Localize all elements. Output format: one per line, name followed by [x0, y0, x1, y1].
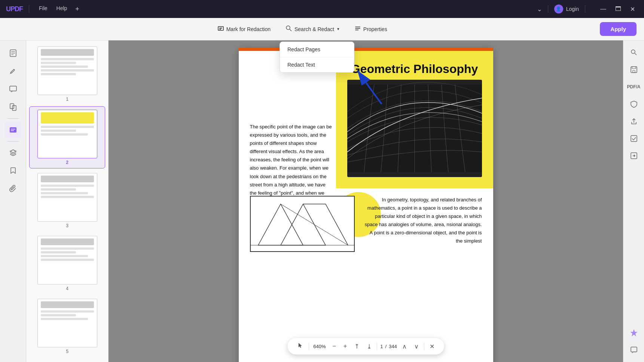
right-chat-icon[interactable]	[626, 343, 641, 358]
search-redact-dropdown: Search & Redact ▾ Redact Pages Redact Te…	[280, 22, 345, 36]
thumbnail-page-5[interactable]: 5	[29, 296, 105, 357]
close-btn[interactable]: ✕	[627, 4, 638, 14]
sidebar-sep1	[7, 118, 19, 119]
sidebar-comment-icon[interactable]	[5, 81, 21, 97]
thumbnail-page-3[interactable]: 3	[29, 170, 105, 231]
close-toolbar-btn[interactable]: ✕	[427, 341, 437, 352]
sidebar-bookmark-icon[interactable]	[5, 162, 21, 179]
thumb-line-4c	[41, 255, 88, 257]
svg-point-24	[631, 50, 635, 54]
search-redact-menu: Redact Pages Redact Text	[280, 42, 354, 73]
bottom-sep2	[377, 343, 377, 350]
titlebar-sep2	[548, 5, 548, 13]
fit-top-btn[interactable]: ⤒	[352, 341, 361, 352]
thumb-line-1d	[41, 69, 94, 72]
thumb-line-5b	[41, 314, 76, 316]
thumb-line-1a	[41, 58, 94, 60]
cursor-tool-btn[interactable]	[295, 341, 305, 352]
fit-bottom-btn[interactable]: ⤓	[364, 341, 374, 352]
pdf-yellow-section: Geometric Philosophy	[336, 51, 493, 188]
svg-rect-2	[219, 28, 222, 28]
sidebar-redact-icon[interactable]	[5, 122, 21, 138]
pdf-viewer[interactable]: The specific point of the image can be e…	[109, 40, 623, 362]
page-current: 1	[380, 344, 383, 349]
right-share-icon[interactable]	[626, 114, 641, 129]
sidebar-read-icon[interactable]	[5, 45, 21, 61]
thumb-header-3	[41, 176, 94, 182]
help-menu[interactable]: Help	[53, 4, 71, 15]
titlebar-sep3	[585, 5, 585, 13]
svg-rect-6	[355, 27, 360, 27]
titlebar-menu: File Help +	[35, 4, 82, 15]
svg-rect-13	[10, 86, 16, 91]
right-check-icon[interactable]	[626, 131, 641, 146]
svg-point-4	[286, 26, 290, 30]
right-sidebar: PDF/A	[623, 40, 644, 362]
login-btn[interactable]: 👤 Login	[554, 4, 579, 13]
pdf-bottom-text-content: In geometry, topology, and related branc…	[365, 197, 482, 244]
file-menu[interactable]: File	[35, 4, 51, 15]
search-chevron-icon: ▾	[337, 27, 339, 31]
thumbnail-img-1	[37, 46, 97, 95]
pdf-sketch-area	[250, 196, 355, 252]
thumb-page-num-4: 4	[66, 286, 68, 291]
page-up-btn[interactable]: ∧	[400, 341, 409, 352]
titlebar: UPDF File Help + ⌄ 👤 Login — 🗖 ✕	[0, 0, 644, 18]
properties-label: Properties	[363, 26, 387, 32]
svg-rect-15	[12, 106, 16, 110]
thumb-page-num-2: 2	[66, 160, 68, 165]
cursor-icon	[297, 343, 303, 349]
main-content: 1 2 3	[0, 40, 644, 362]
redact-text-item[interactable]: Redact Text	[280, 57, 354, 72]
bottom-sep1	[308, 343, 309, 350]
right-star-icon[interactable]	[626, 325, 641, 340]
sidebar-sep2	[7, 141, 19, 142]
thumb-line-4b	[41, 251, 76, 253]
pdf-image	[347, 80, 482, 177]
sidebar-layers-icon[interactable]	[5, 145, 21, 161]
right-search-icon[interactable]	[626, 45, 641, 60]
search-redact-icon	[286, 25, 292, 33]
search-redact-btn[interactable]: Search & Redact ▾	[280, 22, 345, 36]
thumbnail-img-3	[37, 173, 97, 222]
thumb-line-1b	[41, 62, 76, 64]
bottom-toolbar: 640% − + ⤒ ⤓ 1 / 344 ∧ ∨ ✕	[287, 338, 444, 355]
user-avatar: 👤	[554, 4, 563, 13]
redact-pages-item[interactable]: Redact Pages	[280, 42, 354, 57]
mark-redaction-btn[interactable]: Mark for Redaction	[211, 22, 277, 36]
zoom-in-btn[interactable]: +	[341, 341, 349, 351]
thumb-line-1c	[41, 66, 88, 68]
thumbnail-page-4[interactable]: 4	[29, 233, 105, 294]
properties-btn[interactable]: Properties	[348, 22, 393, 36]
thumbnail-page-1[interactable]: 1	[29, 43, 105, 105]
thumb-line-3b	[41, 188, 76, 191]
thumbnail-page-2[interactable]: 2	[29, 106, 105, 168]
sidebar-page-icon[interactable]	[5, 99, 21, 115]
thumbnail-img-2	[37, 110, 97, 158]
thumb-line-4a	[41, 247, 94, 250]
apply-btn[interactable]: Apply	[600, 22, 637, 36]
chevron-down-icon[interactable]: ⌄	[537, 6, 542, 13]
right-export-icon[interactable]	[626, 148, 641, 163]
thumb-line-5a	[41, 310, 94, 313]
titlebar-sep1	[29, 5, 29, 13]
pdf-top-bar	[239, 48, 493, 51]
right-protect-icon[interactable]	[626, 97, 641, 112]
thumb-line-5c	[41, 318, 88, 320]
svg-rect-8	[355, 30, 358, 30]
page-sep: /	[385, 344, 387, 349]
right-pdfa-icon[interactable]: PDF/A	[626, 79, 641, 94]
minimize-btn[interactable]: —	[597, 4, 609, 14]
svg-rect-7	[355, 28, 360, 29]
page-down-btn[interactable]: ∨	[412, 341, 421, 352]
sidebar-edit-icon[interactable]	[5, 63, 21, 79]
svg-rect-28	[631, 136, 637, 142]
zoom-out-btn[interactable]: −	[330, 341, 338, 351]
add-tab-btn[interactable]: +	[72, 4, 82, 15]
svg-line-5	[290, 29, 292, 31]
thumb-line-2c	[41, 133, 88, 136]
properties-icon	[354, 25, 361, 33]
right-save-icon[interactable]	[626, 62, 641, 77]
maximize-btn[interactable]: 🗖	[612, 4, 624, 14]
sidebar-paperclip-icon[interactable]	[5, 180, 21, 197]
